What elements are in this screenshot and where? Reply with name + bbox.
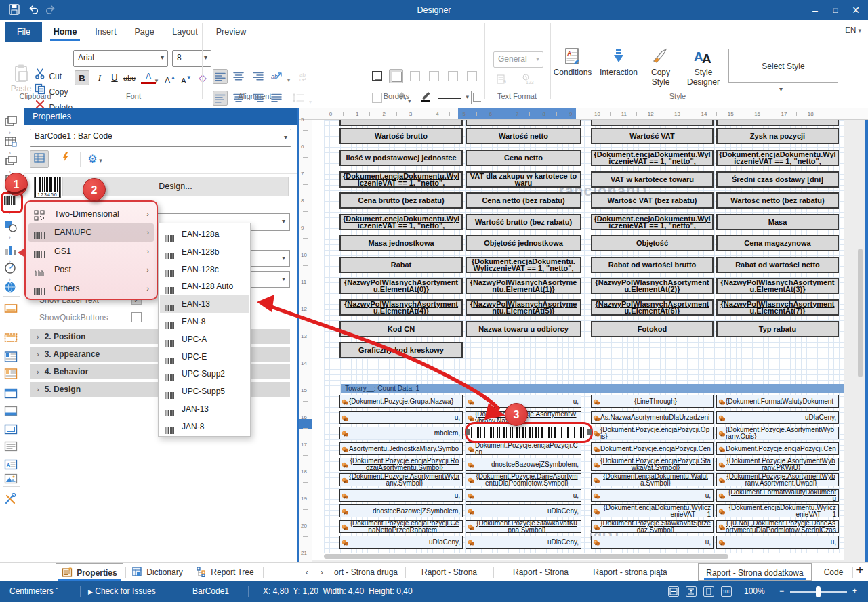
report-label-cell[interactable]: Wartość netto (bez rabatu) xyxy=(716,192,839,209)
report-label-cell[interactable]: {Dokument.encjaDokumentu.WyliczenieVAT =… xyxy=(591,214,714,230)
report-label-cell[interactable]: Nazwa towaru u odbiorcy xyxy=(466,321,581,337)
image-icon[interactable] xyxy=(4,473,20,488)
horizontal-scrollbar[interactable] xyxy=(324,554,728,559)
report-label-cell[interactable]: {NazwyPolWlasnychAsortymentu.ElementAt(0… xyxy=(339,278,463,294)
align-icon[interactable] xyxy=(251,69,266,84)
ribbon-tab-preview[interactable]: Preview xyxy=(211,22,251,42)
report-data-cell[interactable]: uDlaCeny, xyxy=(339,536,463,549)
underline-button[interactable]: U xyxy=(107,70,122,85)
fit-page-view-icon[interactable] xyxy=(686,586,697,597)
border-style-icon[interactable] xyxy=(465,69,479,83)
report-data-cell[interactable]: uDlaCeny, xyxy=(716,411,839,424)
card-icon[interactable]: A xyxy=(4,458,20,473)
report-label-cell[interactable]: Wartość netto xyxy=(466,128,581,144)
language-selector[interactable]: EN ▾ xyxy=(845,26,861,34)
report-label-cell[interactable]: {Dokument.encjaDokumentu.WyliczenieVAT =… xyxy=(716,150,839,166)
report-data-cell[interactable]: {Dokument.Pozycje.encjaPozycji.RodzajAso… xyxy=(339,458,463,471)
report-label-cell[interactable]: {NazwyPolWlasnychAsortymentu.ElementAt(7… xyxy=(716,299,839,316)
report-label-cell[interactable]: Wartość brutto xyxy=(339,128,463,144)
ribbon-tab-page[interactable]: Page xyxy=(130,22,159,42)
cut-button[interactable]: Cut xyxy=(34,67,62,82)
report-label-cell[interactable]: Fotokod xyxy=(591,321,714,337)
align-icon[interactable] xyxy=(213,69,228,84)
gauge-icon[interactable] xyxy=(4,262,20,277)
report-label-cell[interactable]: Średni czas dostawy [dni] xyxy=(716,171,839,188)
report-canvas[interactable]: _rancionanD idDT Wartość bruttoWartość n… xyxy=(312,120,868,562)
interaction-button[interactable]: Interaction xyxy=(596,47,641,77)
style-designer-button[interactable]: AA Style Designer xyxy=(683,47,724,87)
tools-icon[interactable] xyxy=(4,493,20,508)
menu-item-ean-upc[interactable]: EAN\UPC› xyxy=(28,223,154,242)
report-label-cell[interactable]: Rabat od wartości netto xyxy=(716,257,839,273)
report-data-cell[interactable]: {LineThrough} xyxy=(591,395,714,408)
report-label-cell[interactable]: Rabat xyxy=(339,257,463,273)
report-data-cell[interactable]: {Dokument.Pozycje.StawkaVatKupna.Symbol} xyxy=(466,520,581,533)
report-label-cell[interactable]: Cena netto xyxy=(466,150,581,166)
page-tab-raport-strona-dodatkowa[interactable]: Raport - Strona dodatkowa xyxy=(698,563,812,581)
report-data-cell[interactable]: {Dokument.encjaDokumentu.WyliczenieVAT =… xyxy=(716,504,839,517)
report-label-cell[interactable] xyxy=(591,120,714,126)
report-label-cell[interactable]: Masa xyxy=(716,214,839,230)
report-data-cell[interactable]: {Dokument.FormatWalutyDokumentu xyxy=(716,489,839,502)
map-icon[interactable] xyxy=(4,281,20,296)
report-data-cell[interactable]: ( {0.No} ,Dokument.Pozycje.DaneAsortymen… xyxy=(716,520,839,533)
report-data-cell[interactable]: u, xyxy=(591,536,714,549)
submenu-item-ean-13[interactable]: EAN-13 xyxy=(160,295,249,313)
submenu-item-ean-128a[interactable]: EAN-128a xyxy=(160,225,249,243)
panel-icon[interactable] xyxy=(4,387,20,402)
paste-button[interactable]: Paste xyxy=(8,64,34,93)
align-icon[interactable]: ab xyxy=(270,69,285,84)
report-data-cell[interactable]: {Dokument.encjaDokumentu.WyliczenieVAT =… xyxy=(591,504,714,517)
report-label-cell[interactable]: {NazwyPolWlasnychAsortymentu.ElementAt(2… xyxy=(591,278,714,294)
frame-icon[interactable] xyxy=(4,423,20,438)
units-selector[interactable]: Centimeters ˇ xyxy=(9,581,58,602)
report-label-cell[interactable]: Cena magazynowa xyxy=(716,235,839,251)
close-button[interactable]: ✕ xyxy=(848,3,864,18)
grow-font-button[interactable]: A▲ xyxy=(163,70,178,85)
report-label-cell[interactable]: Cena brutto (bez rabatu) xyxy=(339,192,463,209)
report-label-cell[interactable]: Cena netto (bez rabatu) xyxy=(466,192,581,209)
report-label-cell[interactable]: {Dokument.encjaDokumentu.WyliczenieVAT =… xyxy=(466,257,581,273)
report-data-cell[interactable]: {Dokument.Pozycje.AsortymentWybrany.Symb… xyxy=(339,473,463,486)
menu-item-post[interactable]: Post› xyxy=(28,261,154,279)
border-style-icon[interactable] xyxy=(370,69,384,83)
band-report-title-icon[interactable] xyxy=(4,303,20,318)
ribbon-tab-home[interactable]: Home xyxy=(49,22,81,42)
border-line-style-combo[interactable]: ▾ xyxy=(434,91,472,104)
report-label-cell[interactable]: {NazwyPolWlasnychAsortymentu.ElementAt(4… xyxy=(339,299,463,316)
report-label-cell[interactable] xyxy=(716,120,839,126)
report-label-cell[interactable]: {NazwyPolWlasnychAsortymentu.ElementAt(5… xyxy=(466,299,581,316)
page-tab-raport-strona-trzecia[interactable]: Raport - Strona trzecia xyxy=(409,563,489,581)
strikethrough-button[interactable]: abc xyxy=(122,70,137,85)
report-data-cell[interactable]: uDlaCeny, xyxy=(466,504,581,517)
report-label-cell[interactable]: VAT w kartotece towaru xyxy=(591,171,714,188)
selection-handle[interactable] xyxy=(466,429,470,435)
one-page-view-icon[interactable] xyxy=(703,586,714,597)
report-label-cell[interactable]: Ilość w podstawowej jednostce xyxy=(339,150,463,166)
copy-component-icon[interactable] xyxy=(4,154,20,169)
report-data-cell[interactable]: {Dokument.Pozycje.StawkaVatSprzedaz.Symb… xyxy=(591,520,714,533)
tab-file[interactable]: File xyxy=(5,22,42,42)
vertical-ruler[interactable]: 56789101112131415161718192021 xyxy=(299,120,312,562)
report-barcode-element[interactable] xyxy=(471,427,587,438)
zoom-in-button[interactable]: + xyxy=(852,581,857,602)
zoom-out-button[interactable]: − xyxy=(779,581,784,602)
property-checkbox[interactable] xyxy=(131,312,142,322)
border-style-icon[interactable] xyxy=(427,69,441,83)
report-data-cell[interactable]: {Dokument.Pozycje.DaneAsortymentuDlaPodm… xyxy=(466,473,581,486)
data-band-header[interactable]: Towary__: Count Data: 1 xyxy=(341,384,844,393)
select-style-button[interactable]: Select Style xyxy=(728,49,838,83)
page-tab-code[interactable]: Code xyxy=(816,563,851,581)
report-label-cell[interactable]: Graficzny kod kreskowy xyxy=(339,342,463,358)
submenu-item-upc-e[interactable]: UPC-E xyxy=(160,348,249,366)
report-data-cell[interactable]: Dokument.Pozycje.encjaPozycji.Cen xyxy=(466,442,581,455)
report-data-cell[interactable]: {Dokument.Pozycje.AsortymentWybrany.Opis… xyxy=(716,427,839,439)
band-footer-icon[interactable] xyxy=(4,405,20,420)
horizontal-ruler[interactable]: 0123456789101112131415161718 xyxy=(312,108,868,120)
shape-icon[interactable] xyxy=(4,220,20,235)
report-label-cell[interactable]: Typ rabatu xyxy=(716,321,839,337)
menu-item-two-dimensional[interactable]: Two-Dimensional› xyxy=(28,205,154,223)
report-label-cell[interactable]: Wartość VAT xyxy=(591,128,714,144)
submenu-item-ean-128c[interactable]: EAN-128c xyxy=(160,261,249,278)
report-label-cell[interactable]: {Dokument.encjaDokumentu.WyliczenieVAT =… xyxy=(591,150,714,166)
